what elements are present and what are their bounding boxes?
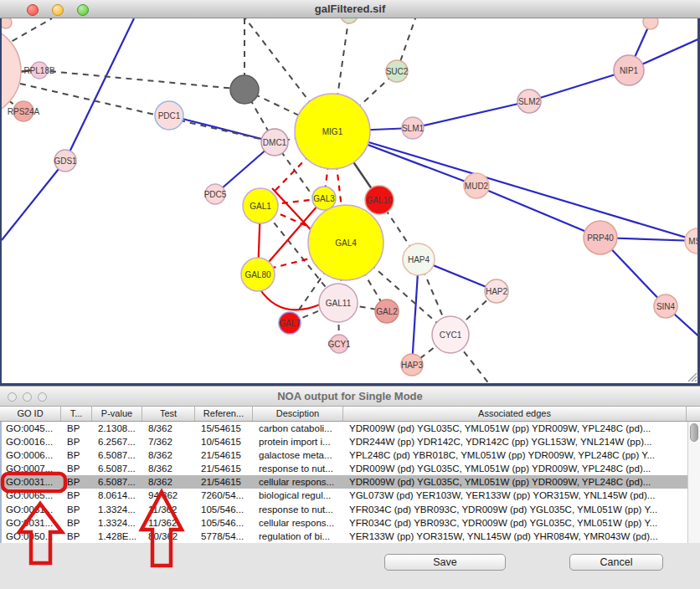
table-cell[interactable]: 8/362 bbox=[144, 462, 197, 475]
table-cell[interactable]: YPL248C (pd) YBR018C, YML051W (pp) YDR00… bbox=[345, 448, 688, 462]
table-cell[interactable]: BP bbox=[63, 422, 94, 435]
table-cell[interactable]: 11/362 bbox=[144, 516, 197, 530]
table-cell[interactable]: GO:0031... bbox=[2, 516, 63, 530]
table-cell[interactable]: GO:0016... bbox=[2, 435, 63, 448]
network-titlebar[interactable]: galFiltered.sif bbox=[0, 0, 700, 18]
table-cell[interactable]: cellular respons... bbox=[255, 475, 345, 489]
table-cell[interactable]: 8/362 bbox=[144, 422, 197, 435]
noa-titlebar[interactable]: NOA output for Single Mode bbox=[0, 387, 700, 407]
table-cell[interactable]: 2.1308... bbox=[94, 422, 144, 435]
table-cell[interactable]: 21/54615 bbox=[197, 475, 255, 489]
table-cell[interactable]: 105/546... bbox=[197, 503, 255, 516]
table-cell[interactable]: 21/54615 bbox=[197, 448, 255, 462]
table-cell[interactable]: biological regul... bbox=[255, 489, 345, 502]
column-header[interactable]: Referen... bbox=[195, 407, 253, 421]
cancel-button[interactable]: Cancel bbox=[569, 554, 663, 571]
table-row[interactable]: GO:0045...BP2.1308...8/36215/54615carbon… bbox=[2, 422, 700, 435]
table-cell[interactable]: YER133W (pp) YOR315W, YNL145W (pd) YHR08… bbox=[345, 530, 688, 543]
save-button[interactable]: Save bbox=[384, 554, 506, 571]
table-row[interactable]: GO:0006...BP6.5087...8/36221/54615galact… bbox=[2, 448, 700, 462]
table-cell[interactable]: 8.0614... bbox=[94, 489, 144, 502]
table-cell[interactable]: 6.5087... bbox=[94, 462, 144, 475]
node-top-green[interactable] bbox=[341, 18, 358, 23]
table-row[interactable]: GO:0007...BP6.5087...8/36221/54615respon… bbox=[2, 462, 700, 475]
table-row[interactable]: GO:0065...BP8.0614...94/3627260/54...bio… bbox=[2, 489, 700, 502]
node-label: GAL10 bbox=[366, 196, 393, 205]
table-cell[interactable]: YGL073W (pd) YER103W, YER133W (pp) YOR31… bbox=[345, 489, 688, 502]
table-cell[interactable]: 94/362 bbox=[144, 489, 197, 502]
table-cell[interactable]: carbon cataboli... bbox=[255, 422, 345, 435]
table-cell[interactable]: 5778/54... bbox=[197, 530, 255, 543]
table-cell[interactable]: GO:0050... bbox=[2, 530, 63, 543]
table-cell[interactable]: GO:0007... bbox=[2, 462, 63, 475]
node-gray-node[interactable] bbox=[230, 75, 259, 104]
table-cell[interactable]: GO:0045... bbox=[2, 422, 63, 435]
results-table[interactable]: GO:0045...BP2.1308...8/36215/54615carbon… bbox=[0, 422, 700, 543]
table-cell[interactable]: YDR009W (pd) YGL035C, YML051W (pp) YDR00… bbox=[345, 475, 688, 489]
table-cell[interactable]: YDR009W (pd) YGL035C, YML051W (pp) YDR00… bbox=[345, 462, 688, 475]
table-cell[interactable]: BP bbox=[63, 489, 94, 502]
table-cell[interactable]: YFR034C (pd) YBR093C, YDR009W (pd) YGL03… bbox=[345, 516, 688, 530]
column-header[interactable]: Associated edges bbox=[343, 407, 687, 421]
table-cell[interactable]: 1.3324... bbox=[94, 516, 144, 530]
table-row[interactable]: GO:0050...BP1.428E...80/3625778/54...reg… bbox=[2, 530, 700, 543]
network-window: galFiltered.sif RPL18BRPS24AGDS1PDC1PDC5… bbox=[0, 0, 700, 386]
node-label: HAP4 bbox=[408, 255, 430, 264]
table-cell[interactable]: 6.5087... bbox=[94, 448, 144, 462]
table-header[interactable]: GO IDT...P-valueTestReferen...Desciption… bbox=[0, 407, 700, 422]
table-cell[interactable]: GO:0065... bbox=[2, 489, 63, 502]
node-label: GAL1 bbox=[250, 202, 271, 211]
column-header[interactable]: GO ID bbox=[0, 407, 61, 421]
table-cell[interactable]: BP bbox=[63, 503, 94, 516]
table-cell[interactable]: response to nut... bbox=[255, 462, 345, 475]
table-cell[interactable]: 15/54615 bbox=[197, 422, 255, 435]
table-cell[interactable]: 1.3324... bbox=[94, 503, 144, 516]
table-cell[interactable]: 6.2567... bbox=[94, 435, 144, 448]
column-header[interactable]: P-value bbox=[92, 407, 142, 421]
table-cell[interactable]: 7260/54... bbox=[197, 489, 255, 502]
table-cell[interactable]: 11/362 bbox=[144, 503, 197, 516]
table-row[interactable]: GO:0031...BP6.5087...8/36221/54615cellul… bbox=[2, 475, 700, 489]
table-cell[interactable]: 10/54615 bbox=[197, 435, 255, 448]
table-cell[interactable]: BP bbox=[63, 530, 94, 543]
table-cell[interactable]: BP bbox=[63, 435, 94, 448]
table-row[interactable]: GO:0031...BP1.3324...11/362105/546...cel… bbox=[2, 516, 700, 530]
table-cell[interactable]: GO:0031... bbox=[2, 475, 63, 489]
table-cell[interactable]: 80/362 bbox=[144, 530, 197, 543]
network-canvas[interactable]: RPL18BRPS24AGDS1PDC1PDC5DMC1MIG1SUC2SLM1… bbox=[0, 18, 700, 386]
table-cell[interactable]: GO:0006... bbox=[2, 448, 63, 462]
node-top-right-pink[interactable] bbox=[643, 18, 658, 29]
node-label: SUC2 bbox=[386, 67, 409, 76]
node-tiny-topleft[interactable] bbox=[2, 18, 12, 28]
table-cell[interactable]: 1.428E... bbox=[94, 530, 144, 543]
table-cell[interactable]: YDR244W (pp) YDR142C, YDR142C (pp) YGL15… bbox=[345, 435, 688, 448]
node-label: GAL11 bbox=[326, 299, 352, 308]
table-cell[interactable]: BP bbox=[63, 516, 94, 530]
table-cell[interactable]: GO:0031... bbox=[2, 503, 63, 516]
table-cell[interactable]: YDR009W (pd) YGL035C, YML051W (pp) YDR00… bbox=[345, 422, 688, 435]
table-cell[interactable]: 7/362 bbox=[144, 435, 197, 448]
table-cell[interactable]: BP bbox=[63, 475, 94, 489]
table-cell[interactable]: BP bbox=[63, 462, 94, 475]
node-label: GAL4 bbox=[335, 238, 357, 248]
table-cell[interactable]: 6.5087... bbox=[94, 475, 144, 489]
table-cell[interactable]: BP bbox=[63, 448, 94, 462]
table-cell[interactable]: protein import i... bbox=[255, 435, 345, 448]
table-row[interactable]: GO:0016...BP6.2567...7/36210/54615protei… bbox=[2, 435, 700, 448]
table-cell[interactable]: 21/54615 bbox=[197, 462, 255, 475]
table-cell[interactable]: 105/546... bbox=[197, 516, 255, 530]
column-header[interactable]: Desciption bbox=[253, 407, 343, 421]
resize-grip-icon[interactable] bbox=[688, 373, 697, 382]
column-header[interactable]: T... bbox=[61, 407, 92, 421]
column-header[interactable]: Test bbox=[142, 407, 195, 421]
scrollbar-thumb[interactable] bbox=[690, 423, 698, 442]
vertical-scrollbar[interactable] bbox=[687, 422, 700, 543]
table-cell[interactable]: response to nut... bbox=[255, 503, 345, 516]
table-cell[interactable]: galactose meta... bbox=[255, 448, 345, 462]
table-cell[interactable]: cellular respons... bbox=[255, 516, 345, 530]
table-cell[interactable]: regulation of bi... bbox=[255, 530, 345, 543]
table-row[interactable]: GO:0031...BP1.3324...11/362105/546...res… bbox=[2, 503, 700, 516]
table-cell[interactable]: 8/362 bbox=[144, 475, 197, 489]
table-cell[interactable]: YFR034C (pd) YBR093C, YDR009W (pd) YGL03… bbox=[345, 503, 688, 516]
table-cell[interactable]: 8/362 bbox=[144, 448, 197, 462]
